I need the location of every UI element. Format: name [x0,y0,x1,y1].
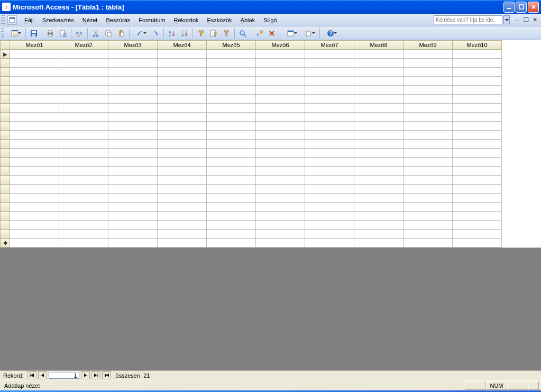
cell[interactable] [354,185,404,194]
cell[interactable] [108,158,158,167]
cell[interactable] [256,149,305,158]
cell[interactable] [207,167,256,176]
cell[interactable] [108,212,158,221]
cell[interactable] [256,131,305,140]
menu-ablak[interactable]: Ablak [236,15,260,25]
cell[interactable] [108,86,158,95]
cell[interactable] [207,185,256,194]
close-button[interactable] [528,2,539,13]
cell[interactable] [305,95,354,104]
cell[interactable] [404,113,453,122]
cell[interactable] [207,239,256,248]
row-selector[interactable]: ✱ [1,239,10,248]
cell[interactable] [305,59,354,68]
cell[interactable] [354,167,404,176]
cell[interactable] [453,59,502,68]
cell[interactable] [404,50,453,59]
cell[interactable] [207,158,256,167]
cell[interactable] [305,158,354,167]
last-record-button[interactable] [91,371,100,379]
cell[interactable] [256,59,305,68]
cell[interactable] [158,50,207,59]
cell[interactable] [453,194,502,203]
cell[interactable] [108,194,158,203]
filter-form-button[interactable] [208,28,219,39]
menu-eszkozok[interactable]: Eszközök [203,15,236,25]
cell[interactable] [305,50,354,59]
cell[interactable] [256,203,305,212]
cell[interactable] [158,167,207,176]
cell[interactable] [305,104,354,113]
cell[interactable] [59,77,108,86]
column-header[interactable]: Mező5 [207,41,256,50]
cell[interactable] [256,50,305,59]
cell[interactable] [108,149,158,158]
column-header[interactable]: Mező10 [453,41,502,50]
data-grid[interactable]: Mező1 Mező2 Mező3 Mező4 Mező5 Mező6 Mező… [0,40,502,248]
cell[interactable] [59,221,108,230]
cell[interactable] [158,68,207,77]
cell[interactable] [10,59,59,68]
cell[interactable] [354,140,404,149]
cell[interactable] [256,230,305,239]
undo-button[interactable] [132,28,149,39]
cell[interactable] [10,122,59,131]
cell[interactable] [404,167,453,176]
cell[interactable] [10,158,59,167]
cell[interactable] [354,194,404,203]
cell[interactable] [354,95,404,104]
cell[interactable] [59,149,108,158]
cell[interactable] [354,122,404,131]
cell[interactable] [305,149,354,158]
cell[interactable] [158,149,207,158]
cell[interactable] [354,221,404,230]
cell[interactable] [59,176,108,185]
cell[interactable] [158,221,207,230]
cell[interactable] [305,113,354,122]
row-selector[interactable] [1,212,10,221]
cell[interactable] [108,239,158,248]
cell[interactable] [256,77,305,86]
cell[interactable] [158,140,207,149]
cell[interactable] [354,59,404,68]
cell[interactable] [354,203,404,212]
row-selector[interactable] [1,185,10,194]
help-search-input[interactable] [434,15,502,24]
cell[interactable] [207,68,256,77]
row-selector[interactable] [1,95,10,104]
row-selector[interactable] [1,77,10,86]
column-header[interactable]: Mező4 [158,41,207,50]
cell[interactable] [10,167,59,176]
cell[interactable] [453,239,502,248]
minimize-button[interactable] [503,2,515,13]
mdi-close-button[interactable]: ✕ [531,16,539,24]
cell[interactable] [10,68,59,77]
cell[interactable] [10,50,59,59]
cell[interactable] [59,122,108,131]
database-window-button[interactable] [282,28,299,39]
cell[interactable] [158,122,207,131]
cell[interactable] [404,203,453,212]
cell[interactable] [404,230,453,239]
cell[interactable] [305,68,354,77]
save-button[interactable] [28,28,40,39]
row-selector[interactable] [1,203,10,212]
mdi-restore-button[interactable]: ❐ [522,16,530,24]
cell[interactable] [158,212,207,221]
cell[interactable] [59,86,108,95]
row-selector[interactable]: ▶ [1,50,10,59]
sort-desc-button[interactable]: ZA [179,28,190,39]
cell[interactable] [108,95,158,104]
cell[interactable] [207,176,256,185]
menu-nezet[interactable]: Nézet [78,15,102,25]
cell[interactable] [404,194,453,203]
cell[interactable] [453,95,502,104]
cell[interactable] [256,113,305,122]
menu-fajl[interactable]: Fájl [20,15,38,25]
cell[interactable] [453,122,502,131]
cell[interactable] [404,77,453,86]
cell[interactable] [354,104,404,113]
cell[interactable] [108,203,158,212]
menubar-icon[interactable] [7,15,17,25]
menu-rekordok[interactable]: Rekordok [169,15,203,25]
